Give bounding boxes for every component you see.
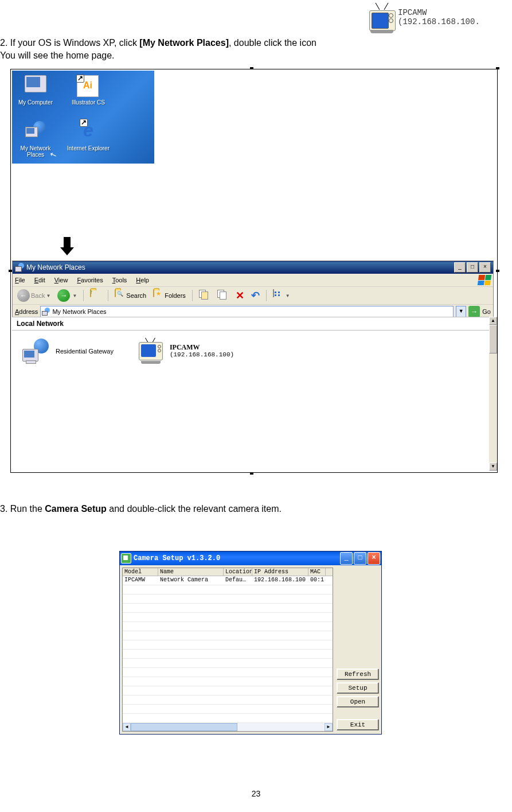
menu-help[interactable]: Help bbox=[136, 277, 149, 283]
section-header: Local Network bbox=[12, 317, 489, 331]
explorer-content: Local Network Residential Gateway bbox=[12, 317, 489, 471]
menu-favorites[interactable]: Favorites bbox=[77, 277, 103, 283]
x-icon: ✕ bbox=[236, 290, 244, 301]
monitor-icon bbox=[25, 75, 46, 92]
page-number: 23 bbox=[252, 789, 261, 798]
gateway-icon bbox=[22, 339, 50, 364]
col-location[interactable]: Location bbox=[224, 568, 252, 576]
vertical-scrollbar[interactable]: ▲ ▼ bbox=[489, 317, 497, 471]
address-label: Address bbox=[15, 308, 38, 315]
views-icon bbox=[273, 289, 274, 297]
camera-grid: Model Name Location IP Address MAC IPCAM… bbox=[122, 568, 333, 732]
menu-edit[interactable]: Edit bbox=[34, 277, 45, 283]
setup-minimize-button[interactable]: _ bbox=[340, 552, 353, 565]
menu-bar: File Edit View Favorites Tools Help bbox=[13, 274, 493, 287]
setup-close-button[interactable]: × bbox=[368, 552, 380, 565]
down-arrow-graphic bbox=[60, 237, 74, 254]
undo-button[interactable]: ↶ bbox=[249, 288, 262, 303]
camera-row[interactable]: IPCAMW Network Camera Defau… 192.168.168… bbox=[123, 576, 333, 585]
title-bar[interactable]: My Network Places _ □ × bbox=[13, 261, 493, 274]
maximize-button[interactable]: □ bbox=[467, 262, 478, 273]
setup-button[interactable]: Setup bbox=[337, 682, 379, 694]
setup-maximize-button[interactable]: □ bbox=[354, 552, 366, 565]
refresh-button[interactable]: Refresh bbox=[337, 669, 379, 680]
ipcamw-label: IPCAMW (192.168.168.100. bbox=[398, 8, 480, 26]
open-button[interactable]: Open bbox=[337, 696, 379, 708]
col-ip[interactable]: IP Address bbox=[252, 568, 308, 576]
folder-up-icon bbox=[90, 289, 91, 297]
folders-icon bbox=[153, 289, 154, 297]
internet-explorer-shortcut[interactable]: e Internet Explorer bbox=[67, 119, 110, 151]
ipcam-icon bbox=[136, 339, 164, 364]
screenshot-frame: My Computer Ai Illustrator CS My Network… bbox=[10, 69, 498, 473]
setup-title-bar[interactable]: Camera Setup v1.3.2.0 _ □ × bbox=[120, 551, 381, 565]
go-button[interactable]: → bbox=[468, 306, 480, 317]
grid-horizontal-scrollbar[interactable]: ◄ ► bbox=[123, 723, 333, 731]
ipcamw-icon-top: IPCAMW (192.168.168.100. bbox=[368, 5, 480, 30]
undo-icon: ↶ bbox=[251, 289, 260, 302]
close-button[interactable]: × bbox=[479, 262, 491, 273]
forward-arrow-icon: → bbox=[57, 289, 70, 302]
search-icon bbox=[115, 289, 116, 297]
explorer-window: My Network Places _ □ × File Edit View F… bbox=[12, 261, 494, 320]
step-2-text: 2. If your OS is Windows XP, click [My N… bbox=[0, 37, 512, 62]
ipcamw-item[interactable]: IPCAMW (192.168.168.100) bbox=[136, 339, 234, 364]
folders-button[interactable]: Folders bbox=[151, 289, 188, 302]
network-places-icon bbox=[25, 121, 46, 138]
exit-button[interactable]: Exit bbox=[337, 719, 379, 731]
col-mac[interactable]: MAC bbox=[308, 568, 326, 576]
toolbar: ← Back▼ →▼ Search Folders bbox=[13, 287, 493, 305]
ie-icon: e bbox=[78, 121, 99, 142]
up-button[interactable] bbox=[88, 289, 104, 302]
camera-setup-window: Camera Setup v1.3.2.0 _ □ × Model Name L… bbox=[119, 551, 382, 735]
button-column: Refresh Setup Open Exit bbox=[337, 568, 379, 732]
delete-button[interactable]: ✕ bbox=[233, 289, 247, 302]
go-label: Go bbox=[482, 308, 491, 315]
grid-header: Model Name Location IP Address MAC bbox=[123, 568, 333, 576]
move-to-button[interactable] bbox=[197, 289, 213, 302]
window-title: My Network Places bbox=[26, 263, 85, 271]
address-input[interactable]: My Network Places bbox=[40, 306, 454, 317]
search-button[interactable]: Search bbox=[112, 289, 148, 302]
copy-to-button[interactable] bbox=[215, 289, 231, 302]
back-button[interactable]: ← Back▼ bbox=[15, 288, 53, 303]
minimize-button[interactable]: _ bbox=[454, 262, 466, 273]
network-places-small-icon bbox=[42, 308, 50, 316]
menu-tools[interactable]: Tools bbox=[112, 277, 127, 283]
back-arrow-icon: ← bbox=[17, 289, 30, 302]
illustrator-shortcut[interactable]: Ai Illustrator CS bbox=[67, 73, 110, 106]
views-button[interactable]: ▼ bbox=[271, 289, 292, 302]
window-icon bbox=[15, 263, 24, 272]
address-dropdown[interactable]: ▼ bbox=[456, 306, 466, 317]
menu-view[interactable]: View bbox=[54, 277, 68, 283]
col-model[interactable]: Model bbox=[123, 568, 158, 576]
tv-icon bbox=[368, 5, 396, 30]
menu-file[interactable]: File bbox=[15, 277, 25, 283]
forward-button[interactable]: →▼ bbox=[55, 288, 79, 303]
my-computer-shortcut[interactable]: My Computer bbox=[14, 73, 57, 106]
windows-flag-icon bbox=[478, 275, 492, 285]
step-3-text: 3. Run the Camera Setup and double-click… bbox=[0, 504, 282, 514]
setup-app-icon bbox=[121, 553, 131, 564]
residential-gateway-item[interactable]: Residential Gateway bbox=[22, 339, 114, 364]
col-name[interactable]: Name bbox=[158, 568, 224, 576]
xp-desktop: My Computer Ai Illustrator CS My Network… bbox=[12, 71, 154, 164]
illustrator-icon: Ai bbox=[77, 75, 99, 97]
